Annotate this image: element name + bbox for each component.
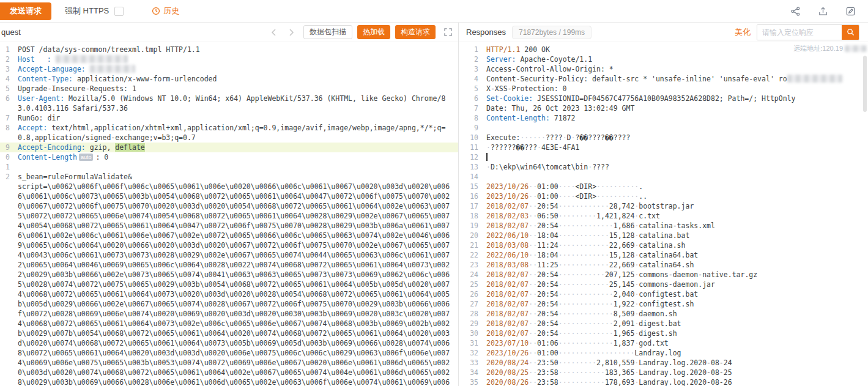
code-line[interactable]: 9 [459, 123, 868, 133]
code-line[interactable]: 192018/02/07··20:54·············1,686·ca… [459, 221, 868, 231]
line-number: 18 [459, 211, 478, 221]
code-line[interactable]: 272018/02/07··20:54·············1,922·co… [459, 299, 868, 309]
search-button[interactable] [842, 25, 859, 40]
build-request-button[interactable]: 构造请求 [395, 25, 436, 39]
next-arrow-icon[interactable] [287, 28, 295, 37]
code-line-text: RunGo: dir [18, 113, 458, 123]
code-line[interactable]: 3Access-Control-Allow-Origin: * [459, 64, 868, 74]
line-number: 8 [459, 113, 478, 123]
code-line[interactable]: 312023/07/10··01:06·············1,837·go… [459, 338, 868, 348]
code-line-text: 2018/02/03··06:50·········1,421,824·c.tx… [486, 211, 868, 221]
code-line[interactable]: 8Accept: text/html,application/xhtml+xml… [0, 123, 458, 143]
force-https-label: 强制 HTTPS [65, 6, 109, 17]
code-line[interactable]: 182018/02/03··06:50·········1,421,824·c.… [459, 211, 868, 221]
code-line[interactable]: 12 [459, 152, 868, 162]
code-line[interactable]: 2Server: Apache-Coyote/1.1 [459, 54, 868, 64]
code-line-text: 2018/03/08··11:25············22,669·cata… [486, 260, 868, 270]
fullscreen-icon[interactable] [444, 28, 452, 36]
code-line[interactable]: 342020/08/25··23:58···········183,365·La… [459, 368, 868, 377]
request-panel-title: quest [1, 28, 21, 37]
code-line[interactable]: 202022/06/10··18:04············15,128·ca… [459, 231, 868, 240]
code-line[interactable]: 172018/02/07··20:54············28,742·bo… [459, 201, 868, 211]
code-line-text: Execute:······????·D·?��????��???? [486, 133, 868, 143]
force-https-checkbox[interactable] [114, 7, 124, 16]
code-line-text [18, 162, 458, 172]
code-line[interactable]: 1POST /data/sys-common/treexml.tmpl HTTP… [0, 45, 458, 54]
code-line[interactable]: 282018/02/07··20:54·············8,509·da… [459, 309, 868, 319]
response-panel: Responses 71872bytes / 199ms 美化 远端地址:120… [459, 23, 868, 386]
code-line-text: 2022/06/10··18:04············15,128·cata… [486, 231, 868, 240]
code-line[interactable]: 2s_bean=ruleFormulaValidate&script=\u006… [0, 172, 458, 386]
response-search-box [757, 24, 859, 40]
code-line[interactable]: 10Execute:······????·D·?��????��???? [459, 133, 868, 143]
request-editor[interactable]: 1POST /data/sys-common/treexml.tmpl HTTP… [0, 42, 458, 386]
code-line-text: 2022/06/10··18:04············15,128·cata… [486, 250, 868, 260]
code-line[interactable]: 5X-XSS-Protection: 0 [459, 84, 868, 94]
code-line[interactable]: 7RunGo: dir [0, 113, 458, 123]
code-line[interactable]: 3Accept-Language: [0, 64, 458, 74]
response-search-input[interactable] [757, 25, 842, 40]
code-line[interactable]: 242018/02/07··20:54···········207,125·co… [459, 270, 868, 280]
prev-arrow-icon[interactable] [270, 28, 278, 37]
line-number: 17 [459, 201, 478, 211]
history-button[interactable]: 历史 [152, 6, 179, 17]
share-icon[interactable] [790, 6, 801, 17]
code-line[interactable]: 162023/10/26··01:00····<DIR>··········.. [459, 191, 868, 201]
line-number: 4 [0, 74, 10, 84]
code-line[interactable]: 1 [0, 162, 458, 172]
code-line[interactable]: 4Content-Type: application/x-www-form-ur… [0, 74, 458, 84]
code-line[interactable]: 14 [459, 172, 868, 182]
code-line[interactable]: 232018/03/08··11:25············22,669·ca… [459, 260, 868, 270]
code-line[interactable]: 252018/02/07··20:54············25,145·co… [459, 280, 868, 289]
code-line[interactable]: 302018/02/07··20:54·············1,965·di… [459, 328, 868, 338]
line-number: 27 [459, 299, 478, 309]
search-icon [847, 28, 855, 36]
code-line[interactable]: 322023/10/26··01:00··················Lan… [459, 348, 868, 358]
code-line[interactable]: 11·??????��???·4E3E-4FA1 [459, 143, 868, 152]
code-line[interactable]: 152023/10/26··01:00····<DIR>··········. [459, 182, 868, 191]
code-line[interactable]: 262018/02/07··20:54·············2,040·co… [459, 289, 868, 299]
remote-address: 远端地址:120.19 [793, 43, 867, 53]
beautify-button[interactable]: 美化 [735, 27, 751, 38]
main-split: quest 数据包扫描 热加载 构造请求 1POST /data/sys-com… [0, 23, 868, 386]
edit-square-icon[interactable] [845, 6, 856, 17]
response-editor[interactable]: 远端地址:120.19 1HTTP/1.1 200 OK2Server: Apa… [459, 42, 868, 386]
code-line[interactable]: 0Content-Lengthauto: 0 [0, 152, 458, 162]
code-line-text: 2018/03/08··11:24············22,669·cata… [486, 240, 868, 250]
line-number: 26 [459, 289, 478, 299]
line-number: 5 [0, 84, 10, 94]
code-line[interactable]: 9Accept-Encoding: gzip, deflate [0, 143, 458, 152]
line-number: 1 [0, 162, 10, 172]
code-line[interactable]: 332020/08/24··23:50·········2,810,559·La… [459, 358, 868, 368]
code-line[interactable]: 292018/02/07··20:54·············2,091·di… [459, 319, 868, 328]
packet-scan-button[interactable]: 数据包扫描 [303, 25, 352, 39]
code-line-text: 2023/10/26··01:00····<DIR>··········.. [486, 191, 868, 201]
scrollbar-thumb[interactable] [863, 56, 867, 112]
code-line[interactable]: 13·D:\ekp\win64\tomcat\bin·???? [459, 162, 868, 172]
line-number: 29 [459, 319, 478, 328]
line-number: 6 [459, 94, 478, 103]
export-icon[interactable] [818, 6, 828, 17]
line-number: 1 [0, 45, 10, 54]
code-line[interactable]: 7Date: Thu, 26 Oct 2023 13:02:49 GMT [459, 103, 868, 113]
code-line[interactable]: 222022/06/10··18:04············15,128·ca… [459, 250, 868, 260]
responses-tab[interactable]: Responses [466, 28, 506, 37]
code-line[interactable]: 212018/03/08··11:24············22,669·ca… [459, 240, 868, 250]
code-line[interactable]: 5Upgrade-Insecure-Requests: 1 [0, 84, 458, 94]
send-request-button[interactable]: 发送请求 [0, 2, 51, 20]
code-line-text: 2018/02/07··20:54···········207,125·comm… [486, 270, 868, 280]
code-line-text: 2018/02/07··20:54·············1,965·dige… [486, 328, 868, 338]
hot-reload-button[interactable]: 热加载 [357, 25, 390, 39]
code-line-text: 2018/02/07··20:54············25,145·comm… [486, 280, 868, 289]
code-line[interactable]: 8Content-Length: 71872 [459, 113, 868, 123]
code-line[interactable]: 6User-Agent: Mozilla/5.0 (Windows NT 10.… [0, 94, 458, 113]
code-line-text: Set-Cookie: JSESSIONID=DF04567C47756A10B… [486, 94, 868, 103]
line-number: 3 [459, 64, 478, 74]
code-line[interactable]: 6Set-Cookie: JSESSIONID=DF04567C47756A10… [459, 94, 868, 103]
code-line-text: s_bean=ruleFormulaValidate&script=\u0062… [18, 172, 458, 386]
code-line[interactable]: 352020/08/26··23:58···········178,693·La… [459, 377, 868, 386]
code-line[interactable]: 2Host: [0, 54, 458, 64]
code-line-text: Access-Control-Allow-Origin: * [486, 64, 868, 74]
code-line[interactable]: 4Content-Security-Policy: default-src * … [459, 74, 868, 84]
code-line-text: 2018/02/07··20:54·············8,509·daem… [486, 309, 868, 319]
